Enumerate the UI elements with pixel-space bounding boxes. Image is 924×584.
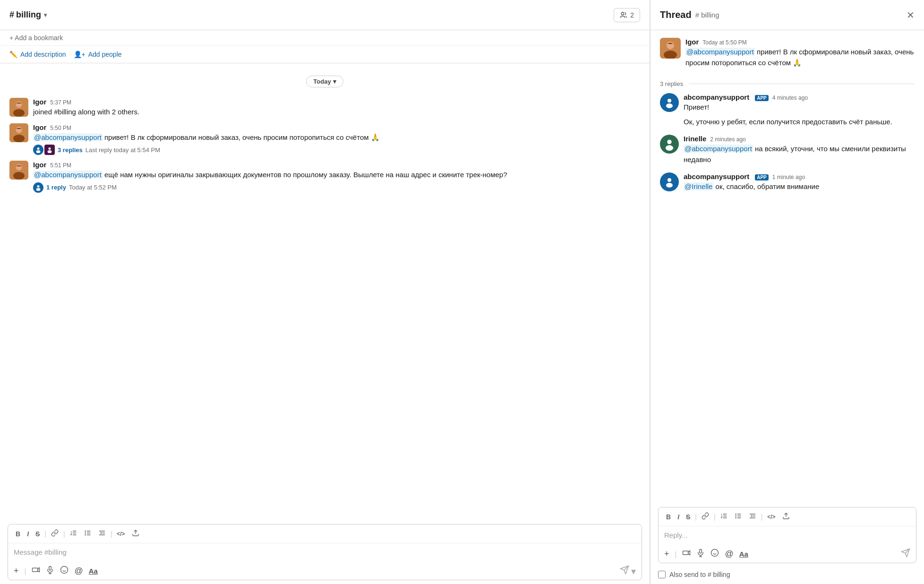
plus-button[interactable]: + bbox=[14, 566, 19, 576]
video-icon bbox=[32, 566, 40, 574]
ordered-list-button[interactable] bbox=[68, 528, 79, 539]
thread-plus-button[interactable]: + bbox=[664, 549, 669, 559]
igor-avatar-image-2 bbox=[9, 123, 28, 142]
thread-send-button[interactable] bbox=[901, 548, 910, 560]
thread-link-button[interactable] bbox=[700, 511, 711, 522]
replies-count[interactable]: 1 reply bbox=[46, 184, 66, 191]
thread-mic-icon bbox=[696, 549, 705, 557]
thread-sep-1: | bbox=[695, 513, 697, 521]
message-content: Igor 5:50 PM @abcompanysupport привет! В… bbox=[33, 123, 640, 155]
mention[interactable]: @abcompanysupport bbox=[684, 145, 753, 153]
date-pill[interactable]: Today ▾ bbox=[306, 76, 343, 87]
svg-point-45 bbox=[667, 99, 671, 103]
mention[interactable]: @abcompanysupport bbox=[685, 48, 755, 56]
message-time: 5:50 PM bbox=[50, 125, 71, 131]
message-author: Igor bbox=[33, 98, 46, 106]
message-body: ещё нам нужны оригиналы закрывающих доку… bbox=[104, 171, 507, 179]
input-sep-1: | bbox=[25, 567, 26, 575]
channel-name: billing bbox=[16, 10, 41, 20]
ordered-list-icon bbox=[70, 529, 77, 537]
channel-title[interactable]: # billing ▾ bbox=[9, 10, 47, 20]
thread-input-area: B I S | | | </> Reply... bbox=[658, 507, 916, 563]
thread-video-button[interactable] bbox=[682, 549, 691, 559]
thread-format-button[interactable]: Aa bbox=[739, 550, 748, 558]
close-button[interactable]: ✕ bbox=[907, 10, 915, 20]
link-button[interactable] bbox=[49, 528, 60, 539]
thread-messages: Igor Today at 5:50 PM @abcompanysupport … bbox=[650, 30, 924, 503]
thread-indent-button[interactable] bbox=[747, 511, 758, 522]
thread-upload-button[interactable] bbox=[780, 511, 792, 522]
thread-ordered-list-button[interactable] bbox=[719, 511, 730, 522]
code-button[interactable]: </> bbox=[115, 530, 127, 538]
irinelle-avatar bbox=[660, 135, 679, 154]
emoji-button[interactable] bbox=[60, 566, 68, 576]
mic-button[interactable] bbox=[46, 566, 54, 576]
thread-italic-button[interactable]: I bbox=[676, 512, 681, 522]
thread-mention-button[interactable]: @ bbox=[725, 549, 733, 559]
replies-row[interactable]: 3 replies Last reply today at 5:54 PM bbox=[33, 145, 640, 155]
thread-mic-button[interactable] bbox=[696, 549, 705, 559]
svg-marker-65 bbox=[688, 551, 690, 555]
message-author: Igor bbox=[685, 38, 699, 46]
input-footer: + | @ Aa ▾ bbox=[8, 562, 642, 580]
upload-button[interactable] bbox=[130, 528, 141, 539]
thread-code-button[interactable]: </> bbox=[765, 513, 777, 521]
add-bookmark-label[interactable]: + Add a bookmark bbox=[9, 34, 63, 42]
mention[interactable]: @Irinelle bbox=[684, 182, 713, 190]
date-label: Today bbox=[313, 78, 331, 85]
thread-link-icon bbox=[702, 512, 709, 520]
message-meta: Igor 5:37 PM bbox=[33, 98, 640, 106]
thread-input-actions: + | @ Aa bbox=[664, 549, 748, 559]
send-button[interactable] bbox=[620, 565, 629, 577]
add-people-button[interactable]: 👤+ Add people bbox=[74, 51, 122, 58]
thread-emoji-button[interactable] bbox=[710, 549, 719, 559]
reply-avatar-1 bbox=[33, 182, 43, 193]
message-time: 5:51 PM bbox=[50, 162, 71, 169]
thread-panel: Thread # billing ✕ Igor Today at 5:50 PM bbox=[650, 0, 924, 584]
italic-button[interactable]: I bbox=[25, 529, 31, 539]
thread-unordered-list-button[interactable] bbox=[733, 511, 744, 522]
members-count: 2 bbox=[630, 11, 634, 19]
mention[interactable]: @abcompanysupport bbox=[33, 171, 103, 179]
message-content: Igor 5:51 PM @abcompanysupport ещё нам н… bbox=[33, 161, 640, 193]
message-content: Igor 5:37 PM joined #billing along with … bbox=[33, 98, 640, 118]
send-icon bbox=[620, 565, 629, 575]
add-description-button[interactable]: ✏️ Add description bbox=[9, 51, 66, 58]
thread-strike-button[interactable]: S bbox=[684, 512, 692, 522]
svg-point-43 bbox=[667, 42, 674, 49]
svg-point-7 bbox=[13, 135, 25, 142]
indent-button[interactable] bbox=[96, 528, 108, 539]
message-time: 1 minute ago bbox=[772, 174, 805, 180]
format-button[interactable]: Aa bbox=[89, 567, 98, 575]
indent-icon bbox=[98, 529, 106, 537]
add-description-label: Add description bbox=[20, 51, 66, 58]
thread-reply-input[interactable]: Reply... bbox=[659, 526, 916, 545]
message-text: @abcompanysupport ещё нам нужны оригинал… bbox=[33, 170, 640, 180]
replies-row[interactable]: 1 reply Today at 5:52 PM bbox=[33, 182, 640, 193]
members-button[interactable]: 2 bbox=[614, 8, 640, 22]
app-badge: APP bbox=[755, 95, 769, 101]
replies-count[interactable]: 3 replies bbox=[58, 146, 83, 154]
video-button[interactable] bbox=[32, 566, 40, 576]
channel-hash: # bbox=[9, 10, 14, 20]
avatar bbox=[9, 161, 28, 180]
unordered-list-button[interactable] bbox=[82, 528, 94, 539]
strike-button[interactable]: S bbox=[34, 529, 42, 539]
svg-rect-64 bbox=[683, 551, 688, 555]
svg-point-15 bbox=[13, 172, 25, 180]
mention-button[interactable]: @ bbox=[74, 566, 83, 576]
input-actions: + | @ Aa bbox=[14, 566, 98, 576]
thread-bold-button[interactable]: B bbox=[664, 512, 673, 522]
replies-divider: 3 replies bbox=[660, 80, 915, 87]
bold-button[interactable]: B bbox=[14, 529, 22, 539]
thread-ol-icon bbox=[720, 512, 728, 520]
message-input[interactable]: Message #billing bbox=[8, 543, 642, 562]
bookmark-bar[interactable]: + Add a bookmark bbox=[0, 30, 650, 46]
mention[interactable]: @abcompanysupport bbox=[33, 133, 103, 141]
also-send-checkbox[interactable] bbox=[658, 571, 666, 578]
messages-area: Today ▾ Igor 5 bbox=[0, 63, 650, 520]
reply-avatar-1 bbox=[33, 145, 43, 155]
message-time: Today at 5:50 PM bbox=[702, 39, 746, 46]
send-dropdown-button[interactable]: ▾ bbox=[631, 566, 636, 577]
thread-igor-avatar bbox=[660, 38, 681, 59]
